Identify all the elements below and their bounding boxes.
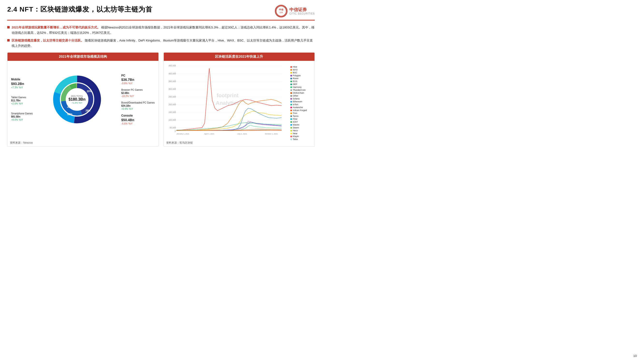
legend-dot — [290, 75, 292, 76]
legend-label: Solana — [293, 97, 300, 100]
legend-dot — [290, 83, 292, 85]
donut-right-labels: PC $36.7Bn -0.8% YoY Browser PC Games $2… — [121, 74, 154, 125]
legend-item: Flow — [290, 118, 312, 120]
svg-point-0 — [276, 6, 286, 16]
legend-label: IOST — [293, 121, 298, 123]
legend-item: Vulcan Forged — [290, 109, 312, 111]
donut-chart: 52% 28% 20% 45% 28% 19% 7%1% 2021 TOTAL … — [50, 73, 104, 126]
legend-dot — [290, 136, 292, 137]
legend-dot — [290, 138, 292, 140]
logo-area: 中信 证券 中信证券 CITIC SECURITIES — [275, 5, 315, 17]
legend-item: Harmony — [290, 86, 312, 88]
legend-dot — [290, 81, 292, 82]
bullet-section: 2021年全球游戏玩家数量不断增长，成为不可替代的娱乐方式。 根据Newzoo的… — [7, 25, 315, 48]
legend-item: Ronin — [290, 77, 312, 80]
svg-text:28%: 28% — [80, 106, 84, 108]
right-chart: 区块链活跃度在2021年快速上升 footprint Analytics — [164, 52, 315, 147]
legend-item: Ethereum — [290, 100, 312, 103]
mobile-label: Mobile $93.2Bn +7.3% YoY — [11, 78, 33, 89]
svg-text:300,000: 300,000 — [168, 88, 176, 90]
legend-item: Polygon — [290, 74, 312, 77]
boxed-pc-label: Boxed/Downloaded PC Games $34.1Bn +0.9% … — [121, 101, 154, 110]
bullet-item-1: 2021年全球游戏玩家数量不断增长，成为不可替代的娱乐方式。 根据Newzoo的… — [7, 25, 315, 35]
left-chart: 2021年全球游戏市场规模及结构 Mobile $93.2Bn +7.3% Yo… — [7, 52, 159, 147]
legend-dot — [290, 95, 292, 97]
svg-text:October 1, 2021: October 1, 2021 — [265, 133, 278, 135]
legend-label: Waves — [293, 124, 299, 126]
legend-label: Ronin — [293, 77, 298, 80]
svg-text:January 1, 2021: January 1, 2021 — [176, 133, 189, 135]
svg-text:150,000: 150,000 — [168, 111, 176, 113]
line-chart-graph: footprint Analytics — [166, 63, 290, 136]
bullet-text-1: 2021年全球游戏玩家数量不断增长，成为不可替代的娱乐方式。 根据Newzoo的… — [12, 25, 315, 35]
legend-dot — [290, 101, 292, 103]
legend-item: Other — [290, 95, 312, 97]
legend-item: ThunderCore — [290, 89, 312, 91]
console-label: Console $50.4Bn -6.6% YoY — [121, 114, 154, 125]
svg-text:200,000: 200,000 — [168, 103, 176, 106]
left-chart-source: 资料来源：Newzoo — [8, 140, 158, 146]
legend-item: BSC — [290, 71, 312, 74]
legend-dot — [290, 130, 292, 131]
legend-label: Klaytn — [293, 135, 299, 138]
legend-dot — [290, 121, 292, 123]
legend-label: OKExChain — [293, 92, 304, 94]
legend-dot — [290, 92, 292, 94]
legend-label: Steem — [293, 126, 299, 129]
legend-dot — [290, 104, 292, 105]
legend-dot — [290, 72, 292, 74]
legend-label: WAX — [293, 68, 298, 71]
svg-text:100,000: 100,000 — [168, 119, 176, 121]
legend-item: Telos — [290, 138, 312, 140]
legend-item: Tron — [290, 112, 312, 114]
donut-center-text: 2021 TOTAL $180.3Bn +1.4% YoY — [68, 95, 86, 104]
logo-icon: 中信 证券 — [275, 5, 288, 17]
legend-label: Flow — [293, 118, 297, 120]
bullet-icon-1 — [7, 26, 10, 28]
legend-label: BSC — [293, 71, 297, 74]
line-chart-area: footprint Analytics — [166, 63, 312, 136]
legend-dot — [290, 107, 292, 108]
legend-dot — [290, 133, 292, 134]
svg-text:350,000: 350,000 — [168, 80, 176, 82]
svg-text:证券: 证券 — [280, 11, 283, 13]
right-chart-source: 资料来源：鸵鸟区块链 — [164, 140, 315, 146]
legend-label: Harmony — [293, 86, 302, 88]
bullet-item-2: 区块链游戏概念爆发，以太坊等主链交易十分活跃。 随着区块链游戏的爆发，Axie … — [7, 38, 315, 48]
legend-label: ThunderCore — [293, 89, 306, 91]
page-header: 2.4 NFT：区块链游戏爆发，以太坊等主链为首 中信 证券 中信证券 CITI… — [7, 5, 315, 20]
legend-dot — [290, 78, 292, 79]
legend-label: Tron — [293, 112, 297, 114]
smartphone-label: Smartphone Games $81.5Bn +8.0% YoY — [11, 112, 33, 121]
legend-label: EOS — [293, 80, 297, 82]
legend-item: IOST — [290, 121, 312, 123]
svg-text:中信: 中信 — [279, 8, 284, 11]
legend-dot — [290, 118, 292, 120]
svg-text:250,000: 250,000 — [168, 96, 176, 98]
legend-dot — [290, 112, 292, 114]
legend-dot — [290, 127, 292, 129]
left-chart-title: 2021年全球游戏市场规模及结构 — [8, 53, 158, 61]
legend-item: Klaytn — [290, 135, 312, 138]
legend-label: IoTeX — [293, 103, 298, 106]
legend-label: Tezos — [293, 115, 298, 117]
legend-label: Heco — [293, 129, 298, 132]
svg-text:July 1, 2021: July 1, 2021 — [237, 133, 247, 135]
line-chart-legend: HiveWAXBSCPolygonRoninEOSDEPHarmonyThund… — [290, 63, 312, 136]
logo-text-block: 中信证券 CITIC SECURITIES — [290, 7, 315, 15]
legend-item: Steem — [290, 126, 312, 129]
bullet-icon-2 — [7, 39, 10, 41]
pc-label: PC $36.7Bn -0.8% YoY — [121, 74, 154, 85]
left-chart-body: Mobile $93.2Bn +7.3% YoY Tablet Games $1… — [8, 61, 158, 138]
legend-dot — [290, 86, 292, 88]
svg-text:400,000: 400,000 — [168, 72, 176, 75]
legend-label: Hive — [293, 66, 297, 68]
legend-item: OKExChain — [290, 92, 312, 94]
svg-text:50,000: 50,000 — [170, 126, 176, 129]
legend-item: Tezos — [290, 115, 312, 117]
legend-dot — [290, 124, 292, 126]
svg-text:450,000: 450,000 — [168, 65, 176, 67]
legend-label: Ethereum — [293, 100, 302, 103]
svg-text:April 1, 2021: April 1, 2021 — [204, 133, 214, 135]
legend-item: DEP — [290, 83, 312, 85]
